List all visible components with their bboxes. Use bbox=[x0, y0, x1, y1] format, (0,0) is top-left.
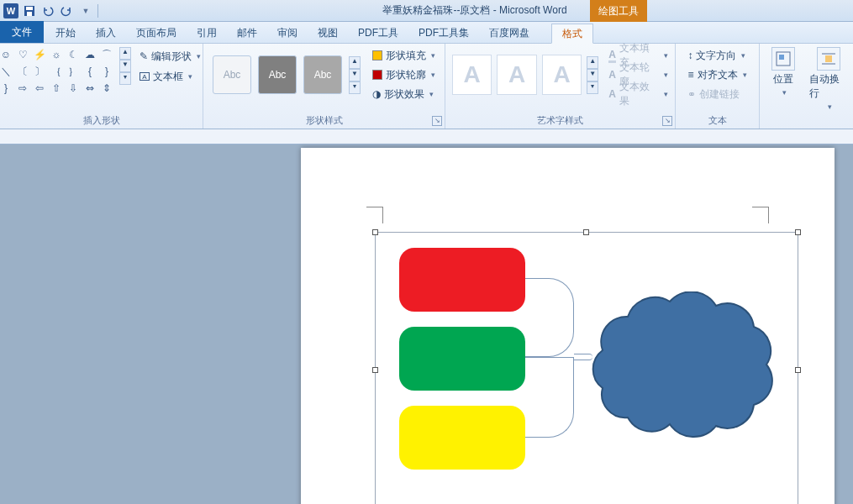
shape-moon-icon[interactable]: ☾ bbox=[66, 47, 81, 62]
shape-outline-button[interactable]: 形状轮廓▾ bbox=[372, 66, 435, 83]
gallery-up-icon[interactable]: ▲ bbox=[119, 47, 131, 60]
wrap-text-button[interactable]: 自动换行▾ bbox=[809, 47, 848, 111]
edit-shape-icon: ✎ bbox=[140, 50, 148, 62]
canvas-handle-w[interactable] bbox=[372, 367, 378, 373]
document-viewport[interactable] bbox=[0, 129, 853, 504]
tab-format[interactable]: 格式 bbox=[551, 24, 593, 44]
shape-effects-label: 形状效果 bbox=[384, 87, 424, 102]
text-direction-button[interactable]: ↕文字方向▾ bbox=[687, 47, 746, 64]
ribbon-tabs: 文件 开始 插入 页面布局 引用 邮件 审阅 视图 PDF工具 PDF工具集 百… bbox=[0, 22, 853, 44]
style-up-icon[interactable]: ▲ bbox=[349, 56, 361, 69]
shape-bracket2-icon[interactable]: 〕 bbox=[32, 64, 47, 79]
shape-outline-label: 形状轮廓 bbox=[386, 68, 426, 82]
horizontal-ruler[interactable] bbox=[0, 129, 853, 144]
gallery-down-icon[interactable]: ▼ bbox=[119, 60, 131, 72]
shapes-gallery-scroll[interactable]: ▲ ▼ ▾ bbox=[119, 47, 131, 85]
shape-effects-button[interactable]: ◑形状效果▾ bbox=[372, 86, 435, 102]
wordart-swatch-3[interactable]: A bbox=[542, 55, 582, 95]
redo-icon[interactable] bbox=[59, 3, 74, 18]
group-label-shapes: 插入形状 bbox=[0, 114, 203, 127]
title-bar: W ▼ 举重妖精金福珠--原文档 - Microsoft Word 绘图工具 bbox=[0, 0, 853, 22]
tab-insert[interactable]: 插入 bbox=[86, 23, 126, 43]
tab-pdftool[interactable]: PDF工具 bbox=[348, 23, 408, 43]
wordart-more-icon[interactable]: ▾ bbox=[587, 81, 598, 94]
shape-smiley-icon[interactable]: ☺ bbox=[0, 47, 13, 62]
canvas-handle-e[interactable] bbox=[795, 367, 801, 373]
shape-rbrace-icon[interactable]: } bbox=[99, 64, 114, 79]
tab-mailings[interactable]: 邮件 bbox=[227, 23, 267, 43]
shape-line-icon[interactable]: ＼ bbox=[0, 64, 13, 79]
canvas-handle-ne[interactable] bbox=[795, 229, 801, 235]
svg-rect-5 bbox=[825, 55, 832, 62]
wordart-gallery-scroll[interactable]: ▲ ▼ ▾ bbox=[587, 56, 598, 94]
shape-rounded-rect-yellow[interactable] bbox=[399, 406, 525, 470]
link-icon: ⚭ bbox=[687, 88, 696, 100]
shape-brace2-icon[interactable]: ｝ bbox=[66, 64, 81, 79]
qat-more-icon[interactable]: ▼ bbox=[77, 3, 92, 18]
svg-rect-4 bbox=[779, 55, 784, 60]
text-box-button[interactable]: A 文本框▾ bbox=[136, 67, 204, 86]
shapes-gallery[interactable]: ☺ ♡ ⚡ ☼ ☾ ☁ ⌒ ＼ 〔 〕 ｛ ｝ { } } ⇨ ⇦ ⇧ ⇩ ⇔ bbox=[0, 47, 114, 96]
wordart-swatch-2[interactable]: A bbox=[497, 55, 536, 95]
position-label: 位置 bbox=[773, 72, 793, 87]
canvas-handle-nw[interactable] bbox=[372, 229, 378, 235]
shape-brace1-icon[interactable]: ｛ bbox=[49, 64, 64, 79]
tab-pdfset[interactable]: PDF工具集 bbox=[408, 23, 479, 43]
tab-layout[interactable]: 页面布局 bbox=[126, 23, 187, 43]
shape-arc-icon[interactable]: ⌒ bbox=[99, 47, 114, 62]
edit-shape-button[interactable]: ✎ 编辑形状▾ bbox=[136, 47, 204, 66]
shape-arrow-u-icon[interactable]: ⇧ bbox=[49, 81, 64, 96]
shape-bracket1-icon[interactable]: 〔 bbox=[15, 64, 30, 79]
quick-access-toolbar: ▼ bbox=[22, 3, 100, 18]
save-icon[interactable] bbox=[22, 3, 37, 18]
tab-file[interactable]: 文件 bbox=[0, 21, 44, 43]
style-swatch-3[interactable]: Abc bbox=[303, 55, 342, 94]
shape-rounded-rect-red[interactable] bbox=[399, 248, 525, 312]
tab-view[interactable]: 视图 bbox=[308, 23, 348, 43]
connector-bottom[interactable] bbox=[525, 357, 574, 438]
tab-references[interactable]: 引用 bbox=[187, 23, 227, 43]
text-box-label: 文本框 bbox=[153, 70, 183, 84]
shape-fill-button[interactable]: 形状填充▾ bbox=[372, 47, 435, 64]
shape-arrow-l-icon[interactable]: ⇦ bbox=[32, 81, 47, 96]
shape-lightning-icon[interactable]: ⚡ bbox=[32, 47, 47, 62]
textbox-icon: A bbox=[140, 72, 150, 81]
shape-cloud[interactable] bbox=[586, 291, 779, 447]
styles-dialog-launcher[interactable]: ↘ bbox=[432, 116, 442, 126]
create-link-button[interactable]: ⚭创建链接 bbox=[687, 86, 746, 102]
shape-cloud-icon[interactable]: ☁ bbox=[82, 47, 97, 62]
drawing-canvas[interactable] bbox=[375, 232, 798, 504]
style-gallery-scroll[interactable]: ▲ ▼ ▾ bbox=[349, 56, 361, 94]
wordart-swatch-1[interactable]: A bbox=[452, 55, 492, 95]
gallery-more-icon[interactable]: ▾ bbox=[119, 72, 131, 85]
wordart-down-icon[interactable]: ▼ bbox=[587, 69, 598, 81]
tab-review[interactable]: 审阅 bbox=[267, 23, 308, 43]
svg-rect-1 bbox=[26, 7, 33, 10]
style-swatch-1[interactable]: Abc bbox=[213, 55, 251, 94]
page[interactable] bbox=[301, 148, 835, 504]
text-effects-label: 文本效果 bbox=[619, 80, 659, 108]
style-more-icon[interactable]: ▾ bbox=[349, 81, 361, 94]
shape-rbrace2-icon[interactable]: } bbox=[0, 81, 13, 96]
style-swatch-2[interactable]: Abc bbox=[258, 55, 297, 94]
group-arrange: 位置▾ 自动换行▾ bbox=[760, 44, 852, 129]
position-button[interactable]: 位置▾ bbox=[764, 47, 803, 111]
canvas-handle-n[interactable] bbox=[583, 229, 589, 235]
shape-heart-icon[interactable]: ♡ bbox=[15, 47, 30, 62]
style-down-icon[interactable]: ▼ bbox=[349, 69, 361, 81]
align-text-button[interactable]: ≡对齐文本▾ bbox=[687, 66, 746, 83]
shape-arrow-lr-icon[interactable]: ⇔ bbox=[82, 81, 97, 96]
undo-icon[interactable] bbox=[40, 3, 55, 18]
shape-sun-icon[interactable]: ☼ bbox=[49, 47, 64, 62]
wordart-up-icon[interactable]: ▲ bbox=[587, 56, 598, 69]
shape-arrow-r-icon[interactable]: ⇨ bbox=[15, 81, 30, 96]
text-effects-button[interactable]: A文本效果▾ bbox=[608, 86, 668, 102]
shape-arrow-ud-icon[interactable]: ⇕ bbox=[99, 81, 114, 96]
tab-home[interactable]: 开始 bbox=[45, 23, 86, 43]
shape-rounded-rect-green[interactable] bbox=[399, 327, 525, 391]
connector-top[interactable] bbox=[525, 278, 574, 357]
shape-arrow-d-icon[interactable]: ⇩ bbox=[66, 81, 81, 96]
tab-baidu[interactable]: 百度网盘 bbox=[479, 23, 540, 43]
wordart-dialog-launcher[interactable]: ↘ bbox=[662, 116, 672, 126]
shape-lbrace-icon[interactable]: { bbox=[82, 64, 97, 79]
